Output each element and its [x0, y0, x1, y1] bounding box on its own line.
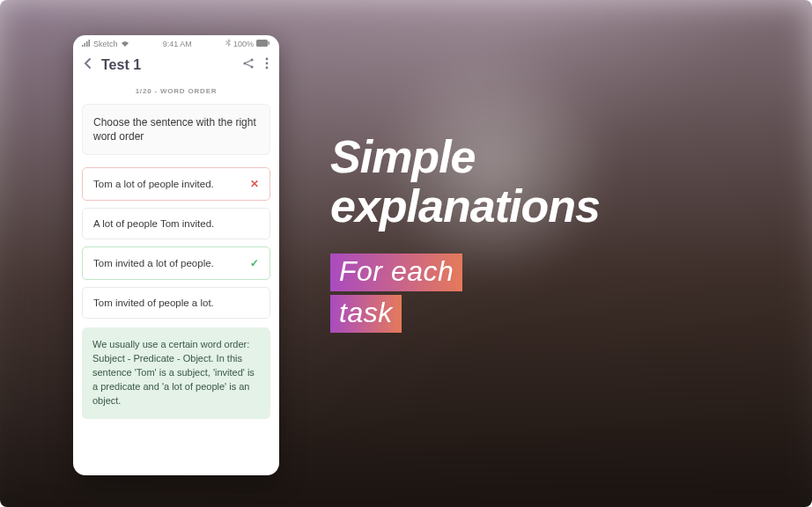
promo-frame: Sketch 9:41 AM 100% Test 1 [0, 0, 812, 507]
option-text: A lot of people Tom invited. [93, 218, 214, 229]
cross-icon: ✕ [250, 178, 259, 190]
signal-icon [82, 40, 91, 48]
promo-title-line1: Simple [330, 132, 777, 181]
status-left: Sketch [82, 40, 129, 48]
answer-option[interactable]: Tom invited a lot of people. ✓ [82, 246, 270, 280]
progress-label: 1/20 - WORD ORDER [73, 84, 279, 104]
more-button[interactable] [263, 55, 270, 75]
wifi-icon [121, 40, 129, 48]
promo-subtitle: For each task [330, 254, 777, 336]
battery-label: 100% [233, 40, 254, 48]
svg-point-7 [266, 67, 269, 70]
svg-point-5 [266, 58, 269, 61]
option-text: Tom invited a lot of people. [93, 258, 214, 268]
svg-point-6 [266, 62, 269, 65]
status-bar: Sketch 9:41 AM 100% [73, 35, 279, 50]
quiz-content: Choose the sentence with the right word … [73, 104, 279, 475]
check-icon: ✓ [250, 257, 259, 269]
carrier-label: Sketch [93, 40, 118, 48]
battery-icon [256, 40, 270, 48]
svg-rect-0 [256, 40, 268, 47]
bluetooth-icon [225, 39, 231, 48]
answer-option[interactable]: Tom invited of people a lot. [82, 287, 270, 319]
promo-title-line2: explanations [330, 181, 777, 231]
option-text: Tom invited of people a lot. [93, 298, 214, 308]
promo-text: Simple explanations For each task [330, 132, 777, 336]
phone-mockup: Sketch 9:41 AM 100% Test 1 [73, 35, 279, 475]
chevron-left-icon [82, 57, 94, 70]
promo-title: Simple explanations [330, 132, 777, 231]
promo-sub-line2: task [330, 295, 402, 333]
answer-option[interactable]: Tom a lot of people invited. ✕ [82, 167, 270, 201]
answer-option[interactable]: A lot of people Tom invited. [82, 208, 270, 239]
share-button[interactable] [240, 55, 256, 75]
more-vertical-icon [265, 57, 269, 70]
svg-rect-1 [268, 41, 269, 45]
share-icon [242, 57, 255, 70]
explanation-card: We usually use a certain word order: Sub… [82, 327, 270, 419]
status-time: 9:41 AM [163, 40, 192, 48]
status-right: 100% [225, 39, 270, 48]
back-button[interactable] [82, 57, 94, 73]
promo-sub-line1: For each [330, 254, 462, 291]
app-bar: Test 1 [73, 50, 279, 84]
option-text: Tom a lot of people invited. [93, 179, 214, 189]
question-card: Choose the sentence with the right word … [82, 104, 270, 155]
app-title: Test 1 [101, 57, 233, 73]
